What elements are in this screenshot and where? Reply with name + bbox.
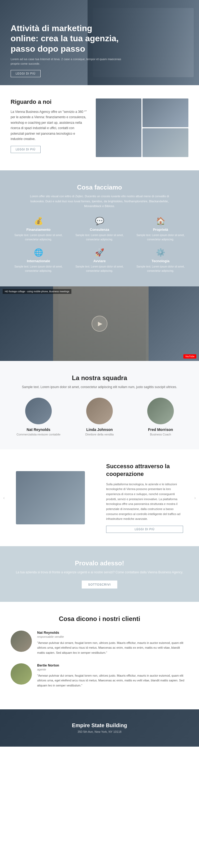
about-image-1 [96, 98, 142, 157]
team-member-1: Linda Johnson Direttore della vendita [72, 398, 127, 436]
testimonials-section: Cosa dicono i nostri clienti Nat Reynold… [0, 602, 199, 709]
coop-heading: Successo attraverso la cooperazione [106, 463, 183, 478]
testimonial-name-1: Bertie Norton [37, 663, 188, 667]
service-title-3: Internazionale [11, 259, 66, 263]
about-section: Riguardo a noi La Vienna Business Agency… [0, 85, 199, 170]
team-heading: La nostra squadra [11, 374, 188, 382]
services-grid: 💰 Finanziamento Sample text. Lorem ipsum… [11, 217, 188, 273]
service-item-4: 🚀 Avviare Sample text. Lorem ipsum dolor… [72, 248, 127, 273]
video-shape-left [0, 286, 58, 361]
footer-title: Empire State Building [72, 722, 127, 728]
team-member-2: Fred Morrison Business Coach [133, 398, 188, 436]
launch-icon: 🚀 [72, 248, 127, 257]
coop-readmore-button[interactable]: LEGGI DI PIÙ [106, 526, 183, 533]
team-member-0: Nat Reynolds Commercialista-revisore con… [11, 398, 66, 436]
team-intro: Sample text. Lorem ipsum dolor sit amet,… [11, 384, 188, 390]
provalo-text: La tua azienda si trova di fronte a esig… [11, 569, 188, 575]
youtube-badge: YouTube [183, 354, 196, 359]
testimonial-content-1: Bertie Norton agente "Aenean pulvinar du… [37, 663, 188, 688]
team-role-1: Direttore della vendita [72, 433, 127, 436]
property-icon: 🏠 [133, 217, 188, 225]
team-section: La nostra squadra Sample text. Lorem ips… [0, 361, 199, 449]
service-text-1: Sample text. Lorem ipsum dolor sit amet,… [72, 233, 127, 242]
testimonial-role-0: responsabile vendite [37, 635, 188, 638]
coop-next-button[interactable]: › [191, 449, 199, 546]
provalo-section: Provalo adesso! La tua azienda si trova … [0, 546, 199, 601]
about-readmore-button[interactable]: LEGGI DI PIÙ [11, 146, 41, 153]
testimonial-item-1: Bertie Norton agente "Aenean pulvinar du… [11, 663, 188, 688]
hero-content: Attività di marketing online: crea la tu… [11, 23, 122, 77]
service-title-2: Proprietà [133, 227, 188, 231]
footer-address: 350 5th Ave, New York, NY 10118 [77, 730, 121, 733]
testimonial-content-0: Nat Reynolds responsabile vendite "Aenea… [37, 630, 188, 655]
service-title-4: Avviare [72, 259, 127, 263]
about-images-grid [96, 98, 188, 157]
provalo-heading: Provalo adesso! [11, 559, 188, 567]
service-text-2: Sample text. Lorem ipsum dolor sit amet,… [133, 233, 188, 242]
service-text-4: Sample text. Lorem ipsum dolor sit amet,… [72, 265, 127, 273]
service-title-0: Finanziamento [11, 227, 66, 231]
testimonial-text-1: "Aenean pulvinar dui ornare, feugiat lor… [37, 673, 188, 688]
service-item-1: 💬 Consulenza Sample text. Lorem ipsum do… [72, 217, 127, 242]
service-title-5: Tecnologia [133, 259, 188, 263]
testimonial-avatar-0 [11, 630, 32, 652]
hero-section: Attività di marketing online: crea la tu… [0, 0, 199, 85]
provalo-subscribe-button[interactable]: SOTTOSCRIVI [82, 581, 117, 589]
services-intro: Lorem offer sito visual con iettro di Ze… [27, 194, 172, 209]
video-shape-right [146, 286, 199, 361]
services-heading: Cosa facciamo [11, 184, 188, 191]
about-image-2 [143, 98, 188, 127]
financing-icon: 💰 [11, 217, 66, 225]
about-heading: Riguardo a noi [11, 98, 88, 105]
avatar-nat [25, 398, 52, 424]
technology-icon: ⚙️ [133, 248, 188, 257]
team-name-0: Nat Reynolds [11, 428, 66, 432]
avatar-linda [86, 398, 113, 424]
international-icon: 🌐 [11, 248, 66, 257]
testimonials-heading: Cosa dicono i nostri clienti [11, 615, 188, 623]
about-description: La Vienna Business Agency offre un "serv… [11, 109, 88, 142]
testimonial-role-1: agente [37, 668, 188, 671]
services-section: Cosa facciamo Lorem offer sito visual co… [0, 170, 199, 286]
hero-cta-button[interactable]: LEGGI DI PIÙ [11, 70, 41, 77]
hero-subtitle: Lorem ad ius case tua Internet et teva. … [11, 57, 122, 66]
team-grid: Nat Reynolds Commercialista-revisore con… [11, 398, 188, 436]
coop-prev-button[interactable]: ‹ [0, 449, 8, 546]
footer-section: Empire State Building 350 5th Ave, New Y… [0, 709, 199, 747]
video-shape-center [53, 286, 149, 361]
service-text-5: Sample text. Lorem ipsum dolor sit amet,… [133, 265, 188, 273]
coop-text: Sulla piattaforma tecnologica, le aziend… [106, 482, 183, 522]
consulting-icon: 💬 [72, 217, 127, 225]
coop-image-area [8, 449, 101, 546]
team-name-1: Linda Johnson [72, 428, 127, 432]
service-text-3: Sample text. Lorem ipsum dolor sit amet,… [11, 265, 66, 273]
team-name-2: Fred Morrison [133, 428, 188, 432]
service-title-1: Consulenza [72, 227, 127, 231]
service-item-5: ⚙️ Tecnologia Sample text. Lorem ipsum d… [133, 248, 188, 273]
hero-title: Attività di marketing online: crea la tu… [11, 23, 122, 54]
video-section: HD footage collage - using mobile phone,… [0, 286, 199, 361]
video-background [0, 286, 199, 361]
testimonial-avatar-1 [11, 663, 32, 685]
testimonial-item-0: Nat Reynolds responsabile vendite "Aenea… [11, 630, 188, 655]
testimonial-text-0: "Aenean pulvinar dui ornare, feugiat lor… [37, 641, 188, 655]
testimonial-name-0: Nat Reynolds [37, 630, 188, 634]
service-text-0: Sample text. Lorem ipsum dolor sit amet,… [11, 233, 66, 242]
about-text-block: Riguardo a noi La Vienna Business Agency… [11, 98, 88, 153]
about-image-3 [143, 128, 188, 157]
coop-text-area: Successo attraverso la cooperazione Sull… [101, 449, 191, 546]
service-item-3: 🌐 Internazionale Sample text. Lorem ipsu… [11, 248, 66, 273]
youtube-badge-wrapper: YouTube [183, 353, 196, 358]
video-label: HD footage collage - using mobile phone,… [3, 289, 71, 294]
service-item-2: 🏠 Proprietà Sample text. Lorem ipsum dol… [133, 217, 188, 242]
team-role-2: Business Coach [133, 433, 188, 436]
coop-section: ‹ Successo attraverso la cooperazione Su… [0, 449, 199, 546]
team-role-0: Commercialista-revisore contabile [11, 433, 66, 436]
service-item-0: 💰 Finanziamento Sample text. Lorem ipsum… [11, 217, 66, 242]
avatar-fred [147, 398, 174, 424]
coop-image [16, 471, 85, 524]
